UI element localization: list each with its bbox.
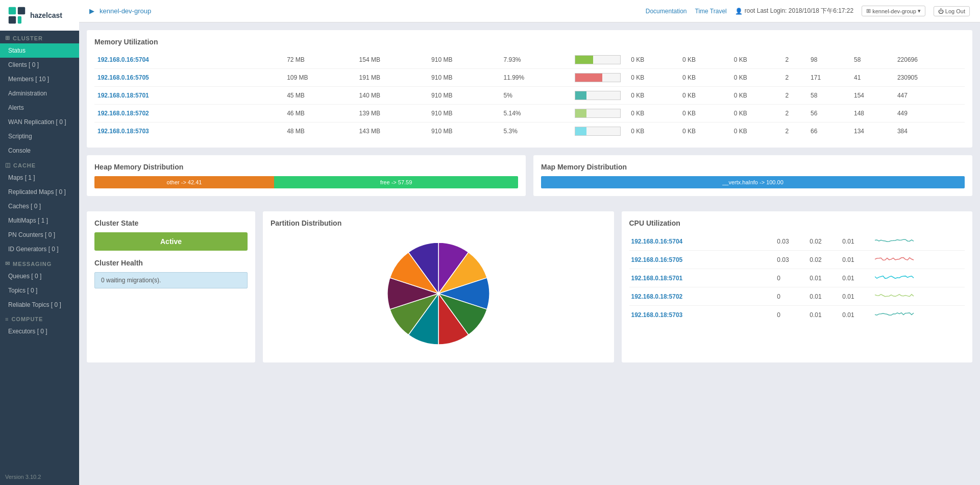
mem-load2: 58 [851, 51, 894, 69]
cpu-v1: 0 [775, 287, 807, 306]
mem-native-used: 0 KB [628, 123, 679, 140]
sidebar-item-administration[interactable]: Administration [0, 86, 79, 101]
sidebar-item-id-generators[interactable]: ID Generators [ 0 ] [0, 242, 79, 256]
mem-pct: 5.14% [501, 105, 572, 123]
cpu-v3: 0.01 [840, 306, 873, 324]
cpu-sparkline-cell [873, 306, 965, 324]
mem-total: 910 MB [428, 51, 500, 69]
mem-native-free: 0 KB [679, 105, 731, 123]
mem-load1: 171 [807, 69, 851, 87]
breadcrumb-link[interactable]: kennel-dev-group [100, 7, 151, 15]
mem-cpu-count: 2 [782, 87, 808, 105]
sidebar-item-pn-counters[interactable]: PN Counters [ 0 ] [0, 228, 79, 242]
time-travel-link[interactable]: Time Travel [695, 8, 727, 15]
map-bar: __vertx.haInfo -> 100.00 [541, 176, 965, 188]
sidebar-item-status[interactable]: Status [0, 43, 79, 58]
mem-used: 48 MB [284, 123, 356, 140]
svg-rect-1 [18, 7, 25, 14]
mem-load1: 66 [807, 123, 851, 140]
sidebar-item-clients[interactable]: Clients [ 0 ] [0, 58, 79, 72]
sidebar-item-reliable-topics[interactable]: Reliable Topics [ 0 ] [0, 298, 79, 312]
memory-table: 192.168.0.16:5704 72 MB 154 MB 910 MB 7.… [94, 51, 965, 140]
mem-free: 191 MB [356, 69, 428, 87]
sidebar-item-alerts[interactable]: Alerts [0, 101, 79, 115]
cpu-v1: 0 [775, 269, 807, 287]
sidebar-item-scripting[interactable]: Scripting [0, 129, 79, 143]
cpu-v3: 0.01 [840, 269, 873, 287]
mem-pct: 11.99% [501, 69, 572, 87]
heap-free-bar: free -> 57.59 [274, 176, 518, 188]
mem-bar-fill [575, 91, 586, 100]
mem-ip: 192.168.0.18:5703 [94, 123, 284, 140]
sidebar-item-members[interactable]: Members [ 10 ] [0, 72, 79, 86]
user-info: 👤 root Last Login: 2018/10/18 下午6:17:22 [735, 7, 854, 15]
sidebar-item-console[interactable]: Console [0, 143, 79, 158]
mem-cpu-count: 2 [782, 51, 808, 69]
cpu-ip: 192.168.0.18:5701 [629, 269, 775, 287]
logout-button[interactable]: ⏻ Log Out [934, 6, 970, 16]
sidebar-item-topics[interactable]: Topics [ 0 ] [0, 283, 79, 298]
documentation-link[interactable]: Documentation [646, 8, 687, 15]
mem-total: 910 MB [428, 105, 500, 123]
compute-icon: ≡ [5, 316, 9, 322]
memory-table-row: 192.168.0.18:5703 48 MB 143 MB 910 MB 5.… [94, 123, 965, 140]
mem-total: 910 MB [428, 123, 500, 140]
sidebar-item-multimaps[interactable]: MultiMaps [ 1 ] [0, 213, 79, 228]
cpu-table-row: 192.168.0.18:5703 0 0.01 0.01 [629, 306, 965, 324]
mem-bar-fill [575, 74, 602, 82]
cluster-state-title: Cluster State [94, 219, 248, 227]
heap-memory-title: Heap Memory Distribution [94, 163, 518, 171]
mem-free: 140 MB [356, 87, 428, 105]
mem-bar [575, 91, 621, 100]
sidebar-item-wan-replication[interactable]: WAN Replication [ 0 ] [0, 115, 79, 129]
mem-native-used: 0 KB [628, 51, 679, 69]
mem-used: 109 MB [284, 69, 356, 87]
heap-other-bar: other -> 42.41 [94, 176, 274, 188]
cpu-table-row: 192.168.0.16:5704 0.03 0.02 0.01 [629, 232, 965, 251]
mem-cpu-count: 2 [782, 123, 808, 140]
mem-pct: 5% [501, 87, 572, 105]
mem-ops: 447 [894, 87, 965, 105]
cpu-table-row: 192.168.0.16:5705 0.03 0.02 0.01 [629, 251, 965, 269]
mem-load2: 41 [851, 69, 894, 87]
cpu-v2: 0.01 [807, 269, 840, 287]
mem-free: 154 MB [356, 51, 428, 69]
sidebar-item-executors[interactable]: Executors [ 0 ] [0, 324, 79, 338]
sidebar-item-queues[interactable]: Queues [ 0 ] [0, 269, 79, 283]
cpu-sparkline [875, 309, 916, 319]
cpu-v3: 0.01 [840, 287, 873, 306]
cpu-v2: 0.01 [807, 306, 840, 324]
cluster-health-section: Cluster Health 0 waiting migration(s). [94, 259, 248, 288]
sidebar-item-maps[interactable]: Maps [ 1 ] [0, 171, 79, 185]
mem-load2: 148 [851, 105, 894, 123]
cpu-sparkline-cell [873, 287, 965, 306]
mem-ops: 384 [894, 123, 965, 140]
cpu-v1: 0.03 [775, 251, 807, 269]
logo-text: hazelcast [30, 11, 62, 19]
mem-bar-cell [572, 51, 628, 69]
logo: hazelcast [0, 0, 79, 31]
memory-utilization-title: Memory Utilization [94, 38, 965, 46]
cluster-state-badge: Active [94, 232, 248, 251]
chevron-down-icon: ▾ [918, 8, 921, 14]
memory-utilization-panel: Memory Utilization 192.168.0.16:5704 72 … [87, 30, 972, 148]
mem-total: 910 MB [428, 87, 500, 105]
cpu-ip: 192.168.0.16:5705 [629, 251, 775, 269]
group-dropdown-button[interactable]: ⊞ kennel-dev-group ▾ [862, 6, 925, 16]
mem-native-used: 0 KB [628, 105, 679, 123]
sidebar-item-replicated-maps[interactable]: Replicated Maps [ 0 ] [0, 185, 79, 199]
topbar-right: Documentation Time Travel 👤 root Last Lo… [646, 6, 970, 16]
cluster-health-title: Cluster Health [94, 259, 248, 267]
mem-free: 139 MB [356, 105, 428, 123]
sidebar-item-caches[interactable]: Caches [ 0 ] [0, 199, 79, 213]
cpu-v1: 0 [775, 306, 807, 324]
logout-icon: ⏻ [938, 8, 944, 14]
compute-section-header: ≡ COMPUTE [0, 312, 79, 324]
cpu-sparkline [875, 272, 916, 282]
mem-load2: 154 [851, 87, 894, 105]
mem-bar-fill [575, 109, 586, 117]
map-dist-bar: __vertx.haInfo -> 100.00 [541, 176, 965, 188]
partition-distribution-panel: Partition Distribution [263, 211, 614, 362]
logo-icon [8, 6, 26, 25]
messaging-section-header: ✉ MESSAGING [0, 256, 79, 269]
